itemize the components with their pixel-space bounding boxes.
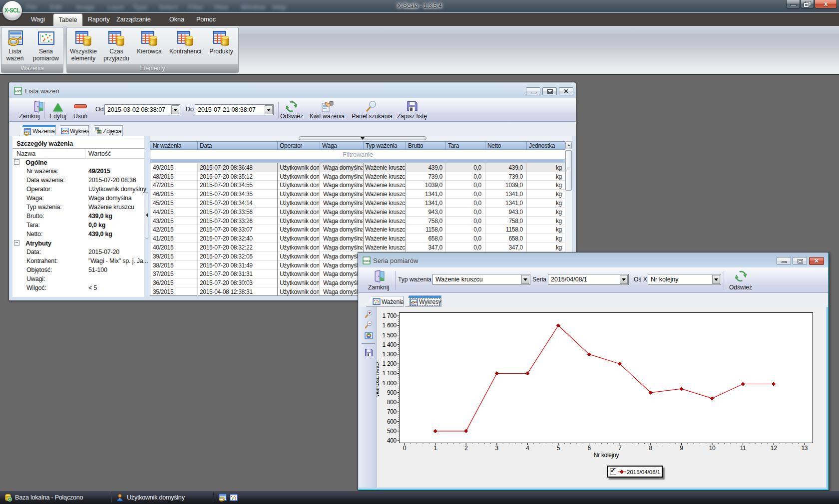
svg-text:900: 900 [387, 389, 397, 396]
svg-text:1 700: 1 700 [382, 312, 397, 319]
svg-text:Wartość netto: Wartość netto [377, 362, 381, 397]
svg-text:600: 600 [387, 418, 397, 425]
svg-text:1 500: 1 500 [382, 332, 397, 339]
svg-text:6: 6 [587, 445, 591, 452]
svg-text:1 400: 1 400 [382, 341, 397, 348]
svg-text:10: 10 [709, 445, 716, 452]
svg-text:500: 500 [387, 428, 397, 435]
svg-text:1 100: 1 100 [382, 370, 397, 377]
svg-text:2: 2 [464, 445, 468, 452]
svg-text:1 300: 1 300 [382, 351, 397, 358]
svg-text:4: 4 [526, 445, 529, 452]
svg-text:800: 800 [387, 399, 397, 406]
svg-text:9: 9 [680, 445, 683, 452]
svg-text:1: 1 [433, 445, 437, 452]
svg-text:12: 12 [771, 445, 777, 452]
svg-text:1 000: 1 000 [382, 380, 397, 387]
svg-text:700: 700 [387, 408, 397, 415]
svg-text:7: 7 [618, 445, 622, 452]
svg-text:1 200: 1 200 [382, 360, 397, 367]
svg-text:5: 5 [557, 445, 560, 452]
svg-text:3: 3 [495, 445, 499, 452]
svg-text:8: 8 [649, 445, 653, 452]
svg-text:11: 11 [740, 445, 746, 452]
svg-text:400: 400 [387, 437, 397, 444]
svg-text:13: 13 [801, 445, 808, 452]
svg-text:1 600: 1 600 [382, 322, 397, 329]
svg-text:0: 0 [403, 445, 407, 452]
svg-text:Nr kolejny: Nr kolejny [594, 452, 619, 459]
